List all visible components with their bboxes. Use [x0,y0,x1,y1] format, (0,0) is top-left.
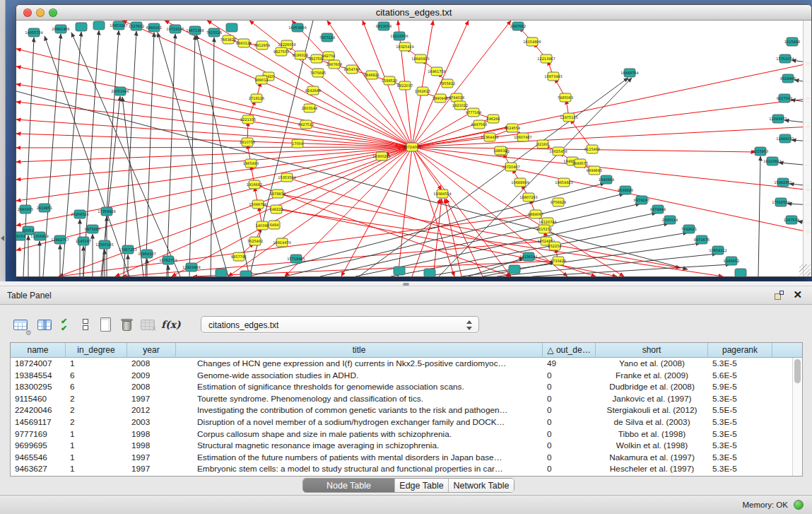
table-selector-dropdown[interactable]: citations_edges.txt [201,316,479,333]
graph-node[interactable]: 9860124 [236,39,252,47]
graph-node[interactable]: 9115460 [584,145,600,153]
graph-node[interactable] [76,23,87,31]
graph-node[interactable]: 8186328 [293,51,308,59]
tab-edge-table[interactable]: Edge Table [395,479,449,493]
graph-node[interactable]: 9849575 [572,159,588,168]
panel-collapse-arrow-icon[interactable] [1,235,4,241]
graph-node[interactable]: 9846821 [364,71,379,79]
graph-node[interactable]: 1640954 [599,175,614,184]
graph-node[interactable]: 12505185 [95,240,113,249]
column-header-name[interactable]: name [11,343,66,358]
graph-node[interactable]: 18807293 [519,193,537,201]
graph-node[interactable] [509,265,520,274]
graph-node[interactable]: 148222 [269,205,283,214]
table-settings-icon[interactable]: ⚙ [11,315,31,335]
column-header-year[interactable]: year [127,343,176,358]
graph-node[interactable]: 1167534 [784,216,799,224]
table-row[interactable]: 911546021997Tourette syndrome. Phenomeno… [11,393,792,405]
table-row[interactable]: 2242004622012Investigating the contribut… [11,404,792,416]
graph-node[interactable]: 9242848 [305,86,321,95]
graph-node[interactable]: 1615152 [536,225,552,233]
graph-node[interactable]: 6879197 [634,196,649,204]
table-row[interactable]: 1938455462009Genome-wide association stu… [11,370,792,382]
graph-node[interactable]: 14055724 [25,28,42,37]
graph-node[interactable]: 14671388 [186,26,204,35]
table-row[interactable]: 946362711997Embryonic stem cells: a mode… [11,463,792,475]
graph-node[interactable]: 7955812 [440,79,455,88]
graph-node[interactable]: 2619851 [37,204,52,212]
graph-node[interactable]: 10688609 [511,178,529,187]
graph-node[interactable]: 17016504 [772,198,789,206]
graph-node[interactable]: 7663822 [220,35,236,44]
graph-node[interactable]: 15751074 [776,54,794,63]
graph-node[interactable]: 9699695 [587,166,602,175]
graph-node[interactable]: 8215953 [753,147,768,156]
table-row[interactable]: 1830029562008Estimation of significance … [11,381,792,393]
graph-node[interactable] [735,269,746,276]
graph-node[interactable]: 9329966 [780,74,796,83]
graph-node[interactable]: 20053346 [111,87,129,95]
graph-node[interactable]: 1733426 [551,257,566,265]
graph-node[interactable]: 6466161 [146,23,162,32]
table-row[interactable]: 946554611997Estimation of the future num… [11,452,792,464]
table-vertical-scrollbar[interactable] [792,358,802,476]
graph-node[interactable]: 10973493 [544,72,562,81]
graph-node[interactable]: 188632 [493,146,507,155]
column-header-pagerank[interactable]: pagerank [708,343,772,358]
graph-node[interactable] [93,21,105,30]
graph-node[interactable]: 6497568 [471,120,487,129]
graph-node[interactable]: 39159 [16,232,25,240]
graph-node[interactable]: 1921022 [452,101,468,110]
graph-node[interactable]: 17957253 [119,245,136,254]
graph-node[interactable]: 16648784 [620,69,638,77]
graph-node[interactable]: 1916682 [247,180,262,189]
graph-node[interactable]: 12093872 [769,115,787,123]
scrollbar-thumb[interactable] [794,359,801,383]
graph-node[interactable]: 19654923 [555,178,572,187]
table-row[interactable]: 1456911722003Disruption of a novel membe… [11,416,792,428]
column-header-indegree[interactable]: in_degree [66,343,127,358]
graph-node[interactable]: 8822037 [397,81,413,90]
delete-column-icon[interactable] [117,315,137,335]
graph-node[interactable]: 1878834 [270,189,286,198]
tab-network-table[interactable]: Network Table [449,479,514,493]
graph-node[interactable]: 7632621 [681,225,697,233]
graph-node[interactable] [240,271,252,276]
graph-node[interactable]: 2887682 [510,22,526,30]
graph-node[interactable]: 1221335 [240,115,256,124]
graph-node[interactable]: 7625402 [247,237,263,245]
graph-node[interactable]: 19218506 [390,32,408,40]
graph-node[interactable] [424,269,435,276]
graph-node[interactable]: 16961758 [428,67,445,76]
graph-node[interactable]: 12842757 [51,235,69,244]
graph-node[interactable]: 252254 [548,242,561,250]
tab-node-table[interactable]: Node Table [303,479,395,493]
graph-node[interactable]: 16053809 [288,23,306,32]
graph-node[interactable]: 9884067 [528,210,543,218]
graph-node[interactable]: 2718126 [249,94,264,103]
graph-node[interactable]: 982754 [322,52,335,60]
graph-node[interactable]: 16914479 [273,238,290,247]
graph-node[interactable]: 16154808 [523,37,541,46]
graph-node[interactable] [226,23,237,32]
graph-node[interactable]: 8912954 [254,41,270,49]
network-view-window[interactable]: citations_edges.txt 14055724208914061065… [16,4,812,277]
graph-node[interactable]: 12213967 [537,54,555,63]
graph-node[interactable]: 12975115 [560,113,577,122]
graph-node[interactable]: 1588520 [382,76,397,85]
column-header-short[interactable]: short [596,343,708,358]
graph-node[interactable]: 10719195 [166,25,184,33]
graph-node[interactable]: 18640910 [411,54,429,63]
graph-node[interactable]: 15353594 [278,173,295,182]
table-row[interactable]: 969969511998Structural magnetic resonanc… [11,440,792,452]
graph-node[interactable]: 9857791 [231,252,247,261]
graph-node[interactable]: 3624554 [505,124,520,132]
graph-node[interactable]: 20891406 [52,25,69,33]
column-header-title[interactable]: title [176,343,543,358]
table-row[interactable]: 1872400712008Changes of HCN gene express… [11,358,792,370]
graph-node[interactable]: 8471676 [694,235,710,244]
network-graph[interactable]: 1405572420891406106532871527602646616110… [16,21,811,276]
graph-node[interactable]: 1527602 [129,22,144,30]
graph-node[interactable]: 9227343 [777,94,792,103]
graph-node[interactable]: 9827503 [273,47,289,56]
